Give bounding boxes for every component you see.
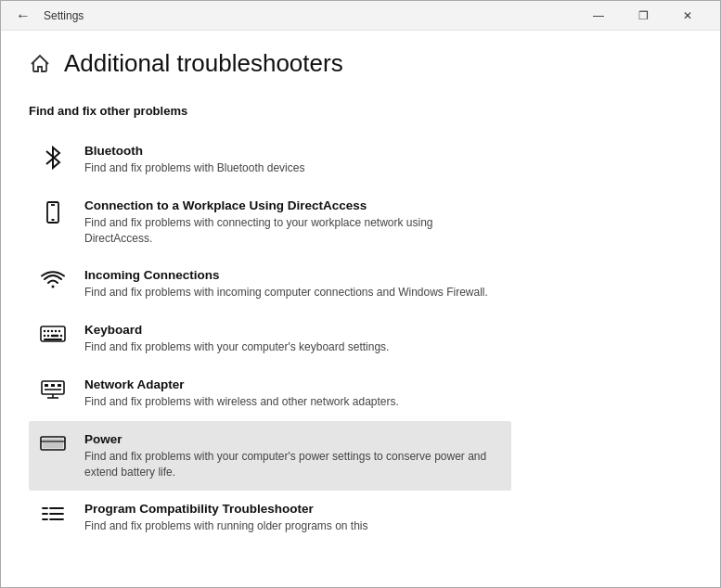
directaccess-desc: Find and fix problems with connecting to…: [84, 215, 502, 247]
compatibility-content: Program Compatibility Troubleshooter Fin…: [84, 502, 502, 534]
power-icon: [38, 434, 68, 453]
troubleshooter-list: Bluetooth Find and fix problems with Blu…: [29, 133, 692, 545]
network-content: Network Adapter Find and fix problems wi…: [84, 377, 502, 410]
network-title: Network Adapter: [84, 377, 502, 391]
bluetooth-desc: Find and fix problems with Bluetooth dev…: [84, 160, 502, 176]
svg-rect-19: [58, 384, 61, 387]
svg-rect-14: [42, 381, 64, 394]
network-icon: [38, 379, 68, 400]
directaccess-title: Connection to a Workplace Using DirectAc…: [84, 198, 502, 212]
incoming-content: Incoming Connections Find and fix proble…: [84, 268, 502, 300]
page-header: Additional troubleshooters: [29, 49, 692, 78]
bluetooth-title: Bluetooth: [84, 144, 502, 158]
keyboard-content: Keyboard Find and fix problems with your…: [84, 323, 502, 355]
content: Additional troubleshooters Find and fix …: [1, 31, 720, 588]
svg-rect-2: [52, 219, 55, 221]
title-bar-left: ← Settings: [12, 7, 84, 24]
troubleshooter-item-power[interactable]: Power Find and fix problems with your co…: [29, 421, 511, 492]
page-title: Additional troubleshooters: [64, 49, 343, 78]
home-icon: [29, 53, 51, 75]
bluetooth-icon: [38, 146, 68, 170]
troubleshooter-item-incoming[interactable]: Incoming Connections Find and fix proble…: [29, 257, 511, 312]
troubleshooter-item-compatibility[interactable]: Program Compatibility Troubleshooter Fin…: [29, 491, 511, 545]
troubleshooter-item-network[interactable]: Network Adapter Find and fix problems wi…: [29, 366, 511, 421]
compatibility-desc: Find and fix problems with running older…: [84, 518, 502, 534]
title-bar: ← Settings — ❐ ✕: [1, 1, 720, 31]
power-content: Power Find and fix problems with your co…: [84, 432, 502, 480]
title-bar-title: Settings: [44, 9, 84, 22]
section-header: Find and fix other problems: [29, 104, 692, 118]
compatibility-title: Program Compatibility Troubleshooter: [84, 502, 502, 516]
troubleshooter-item-keyboard[interactable]: Keyboard Find and fix problems with your…: [29, 312, 511, 366]
main-panel: Additional troubleshooters Find and fix …: [1, 31, 720, 588]
phone-icon: [38, 200, 68, 224]
title-bar-controls: — ❐ ✕: [577, 1, 709, 31]
keyboard-icon: [38, 325, 68, 343]
incoming-desc: Find and fix problems with incoming comp…: [84, 285, 502, 300]
power-desc: Find and fix problems with your computer…: [84, 449, 502, 480]
svg-rect-22: [43, 439, 63, 448]
keyboard-desc: Find and fix problems with your computer…: [84, 339, 502, 355]
keyboard-title: Keyboard: [84, 323, 502, 337]
network-desc: Find and fix problems with wireless and …: [84, 394, 502, 410]
bluetooth-content: Bluetooth Find and fix problems with Blu…: [84, 144, 502, 176]
power-title: Power: [84, 432, 502, 446]
maximize-button[interactable]: ❐: [622, 1, 664, 31]
list-icon: [38, 504, 68, 524]
minimize-button[interactable]: —: [577, 1, 620, 31]
troubleshooter-item-bluetooth[interactable]: Bluetooth Find and fix problems with Blu…: [29, 133, 511, 187]
incoming-title: Incoming Connections: [84, 268, 502, 282]
wifi-icon: [38, 270, 68, 290]
back-button[interactable]: ←: [12, 7, 34, 24]
svg-rect-17: [45, 384, 48, 387]
directaccess-content: Connection to a Workplace Using DirectAc…: [84, 198, 502, 247]
close-button[interactable]: ✕: [666, 1, 709, 31]
svg-rect-18: [51, 384, 55, 387]
troubleshooter-item-directaccess[interactable]: Connection to a Workplace Using DirectAc…: [29, 187, 511, 258]
